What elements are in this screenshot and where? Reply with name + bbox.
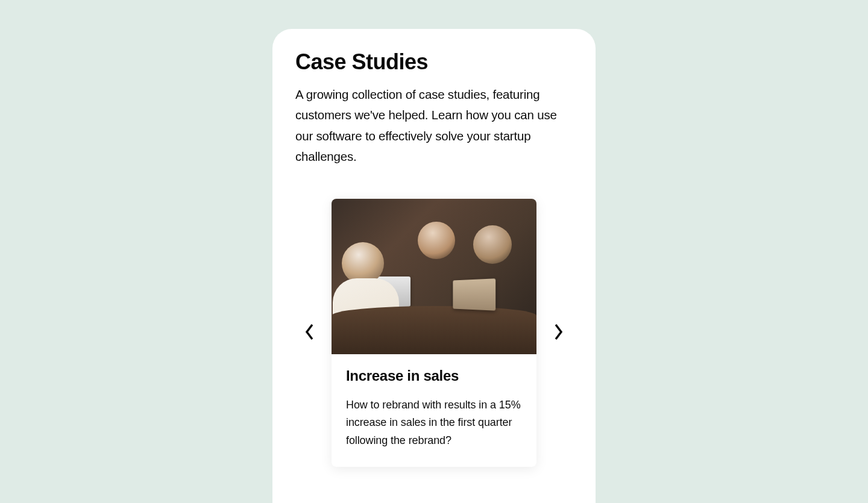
slide-text: How to rebrand with results in a 15% inc… <box>346 396 522 450</box>
photo-person <box>473 225 512 264</box>
slide-image <box>332 199 536 354</box>
case-study-slide[interactable]: Increase in sales How to rebrand with re… <box>332 199 536 467</box>
photo-person <box>418 222 455 259</box>
chevron-right-icon <box>552 323 564 343</box>
slide-content: Increase in sales How to rebrand with re… <box>332 354 536 467</box>
case-studies-card: Case Studies A growing collection of cas… <box>272 29 596 503</box>
section-title: Case Studies <box>295 49 573 75</box>
carousel-prev-button[interactable] <box>299 318 321 348</box>
photo-person <box>342 242 384 284</box>
slide-title: Increase in sales <box>346 367 522 384</box>
case-study-carousel: Increase in sales How to rebrand with re… <box>295 199 573 467</box>
section-description: A growing collection of case studies, fe… <box>295 84 573 167</box>
chevron-left-icon <box>304 323 316 343</box>
carousel-next-button[interactable] <box>547 318 569 348</box>
photo-table <box>332 306 536 354</box>
